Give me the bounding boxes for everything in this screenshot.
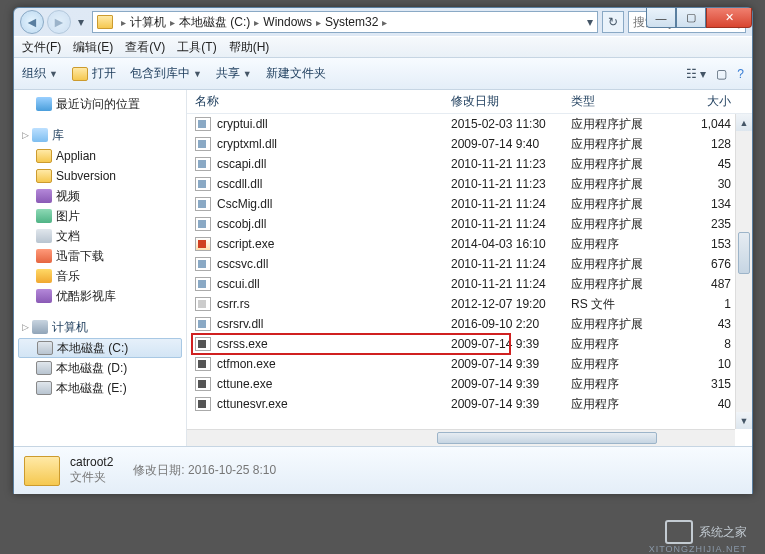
file-date: 2009-07-14 9:39 — [451, 337, 571, 351]
file-row[interactable]: cttune.exe2009-07-14 9:39应用程序315 — [187, 374, 752, 394]
file-type: 应用程序 — [571, 376, 683, 393]
menu-tools[interactable]: 工具(T) — [177, 39, 216, 56]
close-button[interactable]: ✕ — [706, 8, 752, 28]
sidebar-header-libraries[interactable]: ▷库 — [14, 124, 186, 146]
column-date[interactable]: 修改日期 — [451, 93, 571, 110]
sidebar-item-subversion[interactable]: Subversion — [14, 166, 186, 186]
file-icon — [195, 197, 211, 211]
toolbar: 组织▼ 打开 包含到库中▼ 共享▼ 新建文件夹 ☷ ▾ ▢ ? — [14, 58, 752, 90]
sidebar-item-applian[interactable]: Applian — [14, 146, 186, 166]
file-row[interactable]: CscMig.dll2010-11-21 11:24应用程序扩展134 — [187, 194, 752, 214]
column-name[interactable]: 名称 — [195, 93, 451, 110]
file-type: 应用程序扩展 — [571, 216, 683, 233]
menu-view[interactable]: 查看(V) — [125, 39, 165, 56]
file-date: 2016-09-10 2:20 — [451, 317, 571, 331]
minimize-button[interactable]: — — [646, 8, 676, 28]
breadcrumb-drive-c[interactable]: 本地磁盘 (C:) — [179, 14, 250, 31]
file-name: cscui.dll — [217, 277, 260, 291]
breadcrumb-system32[interactable]: System32 — [325, 15, 378, 29]
address-dropdown-icon[interactable]: ▾ — [587, 15, 593, 29]
file-icon — [195, 277, 211, 291]
file-row[interactable]: cscapi.dll2010-11-21 11:23应用程序扩展45 — [187, 154, 752, 174]
file-row[interactable]: cscdll.dll2010-11-21 11:23应用程序扩展30 — [187, 174, 752, 194]
file-type: 应用程序扩展 — [571, 316, 683, 333]
maximize-button[interactable]: ▢ — [676, 8, 706, 28]
file-row[interactable]: cscsvc.dll2010-11-21 11:24应用程序扩展676 — [187, 254, 752, 274]
file-list: 名称 修改日期 类型 大小 cryptui.dll2015-02-03 11:3… — [187, 90, 752, 446]
sidebar-item-drive-e[interactable]: 本地磁盘 (E:) — [14, 378, 186, 398]
file-name: cttunesvr.exe — [217, 397, 288, 411]
file-row[interactable]: csrss.exe2009-07-14 9:39应用程序8 — [187, 334, 752, 354]
sidebar-item-videos[interactable]: 视频 — [14, 186, 186, 206]
music-icon — [36, 269, 52, 283]
file-name: cryptxml.dll — [217, 137, 277, 151]
nav-back-button[interactable]: ◄ — [20, 10, 44, 34]
share-button[interactable]: 共享▼ — [216, 65, 252, 82]
file-type: 应用程序 — [571, 336, 683, 353]
folder-icon — [72, 67, 88, 81]
scroll-thumb-h[interactable] — [437, 432, 657, 444]
scroll-up-button[interactable]: ▲ — [736, 114, 752, 131]
file-size: 487 — [683, 277, 743, 291]
include-in-library-button[interactable]: 包含到库中▼ — [130, 65, 202, 82]
document-icon — [36, 229, 52, 243]
file-type: 应用程序 — [571, 356, 683, 373]
nav-forward-button[interactable]: ► — [47, 10, 71, 34]
file-row[interactable]: cttunesvr.exe2009-07-14 9:39应用程序40 — [187, 394, 752, 414]
menu-help[interactable]: 帮助(H) — [229, 39, 270, 56]
scroll-thumb[interactable] — [738, 232, 750, 274]
address-bar[interactable]: ▸ 计算机 ▸ 本地磁盘 (C:) ▸ Windows ▸ System32 ▸… — [92, 11, 598, 33]
file-row[interactable]: cscobj.dll2010-11-21 11:24应用程序扩展235 — [187, 214, 752, 234]
breadcrumb-windows[interactable]: Windows — [263, 15, 312, 29]
breadcrumb-computer[interactable]: 计算机 — [130, 14, 166, 31]
organize-button[interactable]: 组织▼ — [22, 65, 58, 82]
file-icon — [195, 157, 211, 171]
sidebar-item-documents[interactable]: 文档 — [14, 226, 186, 246]
file-name: cscdll.dll — [217, 177, 262, 191]
file-rows: cryptui.dll2015-02-03 11:30应用程序扩展1,044cr… — [187, 114, 752, 446]
sidebar-item-pictures[interactable]: 图片 — [14, 206, 186, 226]
sidebar-item-youku[interactable]: 优酷影视库 — [14, 286, 186, 306]
column-type[interactable]: 类型 — [571, 93, 683, 110]
file-row[interactable]: ctfmon.exe2009-07-14 9:39应用程序10 — [187, 354, 752, 374]
help-button[interactable]: ? — [737, 67, 744, 81]
sidebar-item-music[interactable]: 音乐 — [14, 266, 186, 286]
sidebar-item-xunlei[interactable]: 迅雷下载 — [14, 246, 186, 266]
file-icon — [195, 217, 211, 231]
file-name: csrsrv.dll — [217, 317, 263, 331]
sidebar-header-computer[interactable]: ▷计算机 — [14, 316, 186, 338]
refresh-button[interactable]: ↻ — [602, 11, 624, 33]
horizontal-scrollbar[interactable] — [187, 429, 735, 446]
scroll-down-button[interactable]: ▼ — [736, 412, 752, 429]
file-date: 2010-11-21 11:23 — [451, 157, 571, 171]
file-date: 2010-11-21 11:23 — [451, 177, 571, 191]
file-size: 134 — [683, 197, 743, 211]
file-row[interactable]: cryptui.dll2015-02-03 11:30应用程序扩展1,044 — [187, 114, 752, 134]
menu-edit[interactable]: 编辑(E) — [73, 39, 113, 56]
file-size: 1,044 — [683, 117, 743, 131]
open-button[interactable]: 打开 — [72, 65, 116, 82]
column-size[interactable]: 大小 — [683, 93, 743, 110]
nav-history-dropdown[interactable]: ▾ — [74, 15, 88, 29]
view-options-button[interactable]: ☷ ▾ — [686, 67, 706, 81]
video-icon — [36, 189, 52, 203]
file-row[interactable]: cscript.exe2014-04-03 16:10应用程序153 — [187, 234, 752, 254]
file-row[interactable]: csrr.rs2012-12-07 19:20RS 文件1 — [187, 294, 752, 314]
sidebar-item-drive-c[interactable]: 本地磁盘 (C:) — [18, 338, 182, 358]
file-icon — [195, 337, 211, 351]
file-row[interactable]: cscui.dll2010-11-21 11:24应用程序扩展487 — [187, 274, 752, 294]
file-type: 应用程序扩展 — [571, 116, 683, 133]
library-icon — [32, 128, 48, 142]
menu-file[interactable]: 文件(F) — [22, 39, 61, 56]
file-row[interactable]: csrsrv.dll2016-09-10 2:20应用程序扩展43 — [187, 314, 752, 334]
sidebar-item-recent[interactable]: 最近访问的位置 — [14, 94, 186, 114]
preview-pane-button[interactable]: ▢ — [716, 67, 727, 81]
file-row[interactable]: cryptxml.dll2009-07-14 9:40应用程序扩展128 — [187, 134, 752, 154]
file-date: 2015-02-03 11:30 — [451, 117, 571, 131]
new-folder-button[interactable]: 新建文件夹 — [266, 65, 326, 82]
watermark-logo-icon — [665, 520, 693, 544]
vertical-scrollbar[interactable]: ▲ ▼ — [735, 114, 752, 429]
sidebar-item-drive-d[interactable]: 本地磁盘 (D:) — [14, 358, 186, 378]
file-name: CscMig.dll — [217, 197, 272, 211]
file-type: 应用程序扩展 — [571, 276, 683, 293]
